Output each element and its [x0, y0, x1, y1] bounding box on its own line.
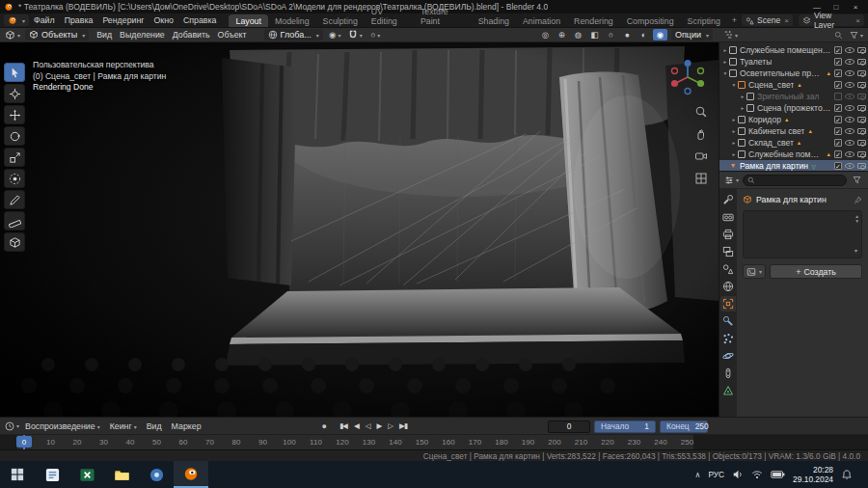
mode-selector[interactable]: Объекты ▾ — [25, 29, 89, 41]
next-keyframe-button[interactable]: ▷ — [385, 421, 395, 430]
snap-magnet-icon[interactable]: ▾ — [347, 29, 364, 41]
menu-Вид[interactable]: Вид — [93, 30, 116, 40]
properties-tab-output[interactable] — [720, 227, 736, 242]
workspace-tab[interactable]: Animation — [516, 14, 567, 27]
properties-tab-modifiers[interactable] — [720, 313, 736, 329]
transform-tool[interactable] — [4, 169, 25, 188]
overlays-icon[interactable]: ◍ — [571, 29, 585, 41]
properties-tab-scene[interactable] — [720, 261, 736, 277]
disable-render-icon[interactable] — [857, 163, 866, 169]
disable-render-icon[interactable] — [857, 105, 866, 111]
exclude-checkbox[interactable]: ✓ — [834, 81, 842, 89]
unlink-view-layer-icon[interactable]: × — [855, 16, 860, 25]
disable-render-icon[interactable] — [857, 70, 866, 76]
excel-app-taskbar-icon[interactable] — [69, 461, 104, 488]
properties-search[interactable] — [743, 175, 847, 186]
exclude-checkbox[interactable]: ✓ — [834, 150, 842, 158]
scale-tool[interactable] — [4, 148, 25, 167]
properties-tab-physics[interactable] — [720, 348, 736, 364]
properties-tab-object[interactable] — [720, 296, 736, 312]
taskbar-clock[interactable]: 20:28 29.10.2024 — [793, 465, 833, 484]
exclude-checkbox[interactable]: ✓ — [834, 69, 842, 77]
properties-search-input[interactable] — [758, 176, 842, 185]
pan-icon[interactable] — [693, 126, 709, 142]
properties-tab-render[interactable] — [720, 209, 736, 225]
menu-Выделение[interactable]: Выделение — [116, 30, 169, 40]
files-app-taskbar-icon[interactable] — [35, 461, 69, 488]
disable-render-icon[interactable] — [857, 82, 866, 88]
workspace-tab[interactable]: Rendering — [567, 14, 620, 27]
workspace-tab[interactable]: Scripting — [681, 14, 727, 27]
add-cube-tool[interactable] — [4, 232, 25, 252]
menu-Рендеринг[interactable]: Рендеринг — [97, 15, 149, 25]
disable-render-icon[interactable] — [857, 140, 866, 146]
prev-keyframe-button[interactable]: ◀ — [351, 421, 362, 430]
shading-rendered-icon[interactable]: ◉ — [653, 29, 667, 41]
auto-key-record-icon[interactable]: ● — [322, 421, 327, 431]
hide-eye-icon[interactable] — [845, 151, 854, 157]
add-workspace-button[interactable]: + — [727, 15, 742, 25]
hide-eye-icon[interactable] — [845, 70, 854, 76]
editor-type-3d-viewport-icon[interactable]: ▾ — [4, 29, 21, 41]
editor-type-timeline-icon[interactable]: ▾ — [4, 420, 20, 432]
view-layer-selector[interactable]: View Layer × — [799, 14, 864, 26]
hide-eye-icon[interactable] — [845, 82, 854, 88]
timeline-menu-Воспроизведение[interactable]: Воспроизведение▾ — [20, 421, 105, 431]
hide-eye-icon[interactable] — [845, 128, 854, 134]
exclude-checkbox[interactable]: ✓ — [834, 58, 842, 66]
expand-arrow-icon[interactable]: ▸ — [739, 94, 746, 99]
outliner-row[interactable]: ▾Осветительные приборы▲✓ — [719, 68, 868, 79]
unlink-scene-icon[interactable]: × — [784, 16, 789, 25]
pivot-point-icon[interactable]: ◉▾ — [328, 29, 342, 41]
start-button[interactable] — [0, 461, 35, 488]
scene-selector[interactable]: Scene × — [742, 14, 793, 26]
proportional-editing-icon[interactable]: ○▾ — [368, 29, 383, 41]
workspace-tab[interactable]: Sculpting — [316, 14, 365, 27]
exclude-checkbox[interactable]: ✓ — [834, 139, 842, 147]
exclude-checkbox[interactable]: ✓ — [834, 104, 842, 112]
panel-expand-icon[interactable]: ▾ — [854, 247, 857, 254]
exclude-checkbox[interactable]: ✓ — [834, 162, 842, 170]
disable-render-icon[interactable] — [857, 59, 866, 65]
datablock-panel[interactable]: ▴▾ ▾ — [743, 210, 862, 258]
exclude-checkbox[interactable]: ✓ — [834, 127, 842, 135]
outliner-row[interactable]: ▸Кабинеты свет▲✓ — [719, 125, 868, 137]
expand-arrow-icon[interactable]: ▸ — [721, 59, 729, 65]
options-dropdown[interactable]: Опции ▾ — [671, 29, 713, 41]
jump-end-button[interactable]: ▶▮ — [396, 421, 410, 430]
select-tool[interactable] — [4, 63, 25, 82]
hide-eye-icon[interactable] — [845, 59, 854, 65]
frame-start-field[interactable]: Начало 1 — [594, 420, 656, 433]
workspace-tab[interactable]: Shading — [472, 14, 516, 27]
menu-Объект[interactable]: Объект — [214, 30, 251, 40]
play-button[interactable]: ▶ — [373, 421, 384, 430]
exclude-checkbox[interactable]: ✓ — [834, 116, 842, 123]
network-icon[interactable] — [751, 469, 763, 480]
timeline-menu-Кеинг[interactable]: Кеинг▾ — [105, 421, 142, 431]
play-reverse-button[interactable]: ◁ — [363, 421, 373, 430]
workspace-tab[interactable]: Layout — [229, 14, 267, 27]
outliner-row[interactable]: ▼Рамка для картин▽✓ — [719, 160, 868, 172]
workspace-tab[interactable]: Modeling — [268, 14, 316, 27]
timeline-ruler[interactable]: 0102030405060708090100110120130140150160… — [0, 434, 868, 449]
outliner-row[interactable]: ▸Сцена (прожекторы)✓ — [719, 102, 868, 114]
editor-type-properties-icon[interactable]: ▾ — [723, 175, 740, 186]
properties-tab-particles[interactable] — [720, 331, 736, 346]
hide-eye-icon[interactable] — [845, 47, 854, 53]
ortho-toggle-icon[interactable] — [693, 171, 709, 186]
xray-icon[interactable]: ◧ — [587, 29, 602, 41]
keyboard-language[interactable]: РУС — [708, 470, 724, 479]
outliner-row[interactable]: ▸Зрительный зал — [719, 91, 868, 102]
viewport-3d[interactable]: Пользовательская перспектива (0) Сцена_с… — [0, 42, 719, 417]
transform-orientation-selector[interactable]: Глоба... ▾ — [264, 29, 323, 41]
workspace-tab[interactable]: UV Editing — [365, 5, 414, 27]
rotate-tool[interactable] — [4, 126, 25, 146]
battery-icon[interactable] — [771, 470, 785, 479]
outliner-row[interactable]: ▸Туалеты✓ — [719, 56, 868, 68]
notifications-icon[interactable] — [841, 469, 853, 480]
spinner-arrows[interactable]: ▴▾ — [855, 214, 858, 224]
outliner-filter-icon[interactable]: ▾ — [849, 29, 864, 41]
hide-eye-icon[interactable] — [845, 94, 854, 99]
menu-Окно[interactable]: Окно — [149, 15, 178, 25]
menu-Добавить[interactable]: Добавить — [169, 30, 214, 40]
